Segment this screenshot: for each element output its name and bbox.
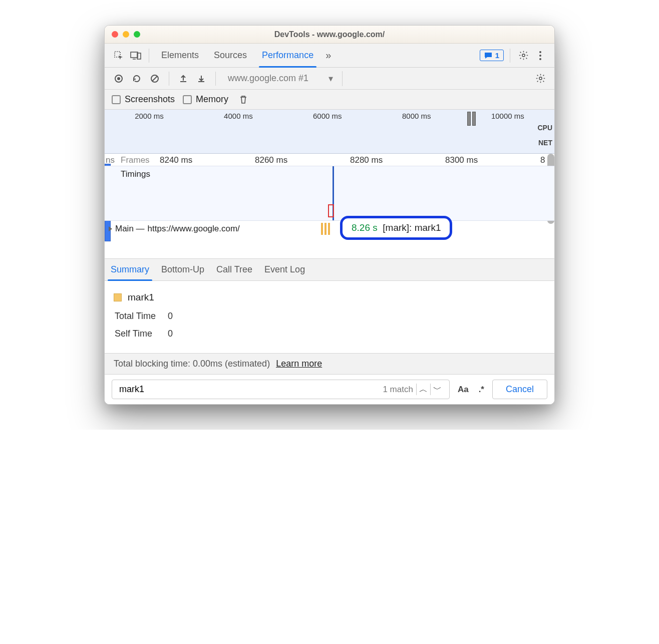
tab-performance[interactable]: Performance <box>256 44 319 67</box>
search-prev-icon[interactable]: ︿ <box>416 384 430 395</box>
devtools-window: DevTools - www.google.com/ Elements Sour… <box>104 25 555 405</box>
memory-checkbox[interactable]: Memory <box>183 94 228 105</box>
main-lane-url: https://www.google.com/ <box>148 224 240 234</box>
cancel-search-button[interactable]: Cancel <box>492 380 547 399</box>
traffic-lights <box>112 31 140 38</box>
download-profile-icon[interactable] <box>194 72 208 86</box>
main-thread-tasks <box>321 223 330 235</box>
device-toolbar-icon[interactable] <box>129 49 143 63</box>
main-thread-lane[interactable]: Main — https://www.google.com/ 8.26 s [m… <box>105 221 554 237</box>
tab-call-tree[interactable]: Call Tree <box>210 259 258 280</box>
message-icon <box>484 52 492 59</box>
search-match-count: 1 match <box>383 385 416 395</box>
mark-tooltip: 8.26 s [mark]: mark1 <box>340 216 452 240</box>
svg-point-6 <box>539 55 541 57</box>
tab-bottom-up[interactable]: Bottom-Up <box>155 259 210 280</box>
svg-point-7 <box>539 58 541 60</box>
total-time-row: Total Time0 <box>115 308 184 325</box>
summary-event-row: mark1 <box>114 292 545 303</box>
tab-summary[interactable]: Summary <box>105 259 155 280</box>
recording-name: www.google.com #1 <box>228 73 308 84</box>
overview-range-handle[interactable] <box>467 112 479 126</box>
reload-icon[interactable] <box>130 72 144 86</box>
mark-tooltip-time: 8.26 s <box>352 222 378 233</box>
event-color-swatch <box>114 293 122 301</box>
separator <box>149 49 149 63</box>
issues-count: 1 <box>495 51 499 60</box>
inspect-element-icon[interactable] <box>112 49 126 63</box>
garbage-collect-icon[interactable] <box>236 93 250 107</box>
svg-point-12 <box>539 77 541 80</box>
details-tabs: Summary Bottom-Up Call Tree Event Log <box>105 259 554 281</box>
separator <box>510 49 510 63</box>
expand-triangle-icon[interactable] <box>109 226 112 231</box>
zoom-ruler: ns Frames 8240 ms 8260 ms 8280 ms 8300 m… <box>105 154 554 167</box>
svg-line-11 <box>152 76 157 81</box>
fullscreen-window-button[interactable] <box>134 31 140 38</box>
overview-ticks: 2000 ms 4000 ms 6000 ms 8000 ms 10000 ms <box>105 110 554 120</box>
tab-sources[interactable]: Sources <box>208 44 253 67</box>
clear-icon[interactable] <box>148 72 162 86</box>
search-next-icon[interactable]: ﹀ <box>430 384 444 395</box>
window-title: DevTools - www.google.com/ <box>274 30 385 39</box>
tbt-text: Total blocking time: 0.00ms (estimated) <box>114 359 270 369</box>
screenshots-checkbox[interactable]: Screenshots <box>112 94 175 105</box>
more-tabs-icon[interactable]: » <box>322 50 334 61</box>
svg-rect-1 <box>131 52 138 58</box>
upload-profile-icon[interactable] <box>176 72 190 86</box>
tab-elements[interactable]: Elements <box>155 44 205 67</box>
tab-event-log[interactable]: Event Log <box>258 259 311 280</box>
search-input[interactable] <box>117 380 383 399</box>
timings-lane-label: Timings <box>121 169 150 179</box>
total-blocking-time-bar: Total blocking time: 0.00ms (estimated) … <box>105 353 554 374</box>
summary-pane: mark1 Total Time0 Self Time0 <box>105 281 554 353</box>
overview-lane-labels: CPU NET <box>537 124 552 147</box>
recording-selector[interactable]: www.google.com #1 ▾ <box>223 71 343 86</box>
frames-lane-label: Frames <box>121 155 150 165</box>
self-time-row: Self Time0 <box>115 326 184 342</box>
regex-toggle[interactable]: .* <box>477 380 486 399</box>
capture-settings-gear-icon[interactable] <box>533 72 547 86</box>
flame-chart-panel[interactable]: ns Frames 8240 ms 8260 ms 8280 ms 8300 m… <box>105 154 554 259</box>
dropdown-caret-icon: ▾ <box>328 73 333 84</box>
main-lane-prefix: Main — <box>115 224 145 234</box>
timing-mark-block[interactable] <box>328 204 334 217</box>
settings-gear-icon[interactable] <box>516 49 530 63</box>
match-case-toggle[interactable]: Aa <box>456 380 471 399</box>
search-bar: 1 match ︿ ﹀ Aa .* Cancel <box>105 374 554 404</box>
performance-toolbar: www.google.com #1 ▾ <box>105 68 554 90</box>
capture-options-row: Screenshots Memory <box>105 90 554 110</box>
devtools-main-tabs: Elements Sources Performance » 1 <box>105 44 554 68</box>
learn-more-link[interactable]: Learn more <box>276 359 322 369</box>
svg-point-9 <box>117 77 120 80</box>
close-window-button[interactable] <box>112 31 118 38</box>
mark-tooltip-label: [mark]: mark1 <box>383 222 441 233</box>
svg-point-4 <box>522 54 524 57</box>
overview-timeline[interactable]: 2000 ms 4000 ms 6000 ms 8000 ms 10000 ms… <box>105 110 554 154</box>
window-titlebar: DevTools - www.google.com/ <box>105 26 554 44</box>
svg-point-5 <box>539 51 541 53</box>
kebab-menu-icon[interactable] <box>533 49 547 63</box>
separator <box>169 72 169 86</box>
minimize-window-button[interactable] <box>123 31 129 38</box>
search-input-container: 1 match ︿ ﹀ <box>112 380 450 399</box>
summary-metrics: Total Time0 Self Time0 <box>114 307 185 343</box>
separator <box>215 72 216 86</box>
record-button-icon[interactable] <box>112 72 126 86</box>
timings-lane[interactable]: Timings <box>105 166 554 221</box>
summary-event-name: mark1 <box>128 292 154 303</box>
issues-badge[interactable]: 1 <box>480 50 504 61</box>
